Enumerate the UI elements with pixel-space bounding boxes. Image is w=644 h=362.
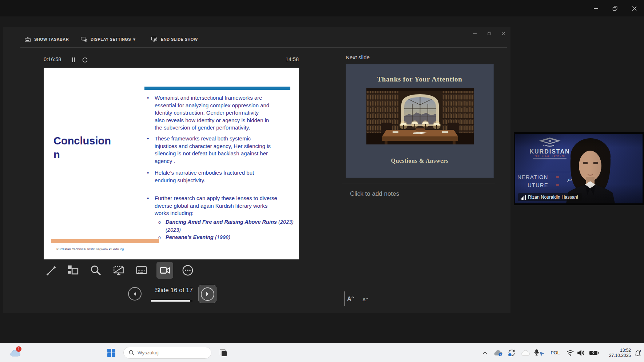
prev-arrow-icon: [132, 291, 138, 297]
outer-restore-button[interactable]: [607, 3, 623, 14]
display-settings-button[interactable]: DISPLAY SETTINGS ▼: [81, 35, 136, 44]
cloud-weather-icon: [519, 346, 532, 360]
language-indicator[interactable]: POL: [548, 346, 562, 360]
slide-title: Conclusion n: [53, 134, 111, 162]
bullet-text-line: Womanist and intersectional frameworks a…: [155, 94, 269, 102]
volume-icon[interactable]: [575, 346, 587, 360]
wifi-icon[interactable]: [564, 346, 576, 360]
subtitles-button[interactable]: [133, 262, 150, 279]
bullet-text-line: agency .: [155, 158, 271, 165]
tray-chevron-button[interactable]: [479, 346, 490, 360]
widgets-button[interactable]: 1: [8, 346, 23, 360]
close-icon: [502, 32, 505, 35]
sub-bullet-marker: o: [158, 219, 166, 226]
clock-time: 13:52: [608, 348, 631, 353]
zoom-tool-button[interactable]: [87, 262, 104, 279]
bullet-marker: •: [147, 195, 149, 202]
inner-close-button[interactable]: [498, 29, 509, 37]
outer-minimize-button[interactable]: [588, 3, 604, 14]
restore-icon: [488, 32, 491, 35]
taskbar-app-edge[interactable]: [234, 360, 249, 362]
pause-icon: [72, 57, 75, 62]
work-year-line2: (2023): [158, 226, 294, 234]
slide-progress-bar: [151, 300, 192, 302]
chevron-up-icon: [482, 351, 487, 354]
task-view-icon: [219, 349, 228, 358]
clock-date: 27.10.2025: [608, 353, 631, 358]
slide-accent-bar: [144, 87, 290, 90]
bullet-text-line: These frameworks reveal both systemic: [155, 135, 271, 143]
bullet-text-line: works including:: [155, 210, 277, 217]
bullet-text-line: essential for analyzing complex oppressi…: [155, 102, 269, 110]
webcam-video: KURDISTAN TECHNICAL INSTITUTE NERATION U…: [515, 134, 643, 203]
ellipsis-icon: [182, 264, 194, 277]
display-settings-icon: [81, 36, 87, 42]
notes-placeholder[interactable]: Click to add notes: [350, 190, 399, 198]
work-year: (2023): [277, 219, 294, 225]
restart-icon: [82, 57, 88, 63]
bullet-text-line: also reveals how Identity or agency is h…: [155, 117, 269, 124]
bullet-marker: •: [147, 169, 149, 177]
sub-bullet-marker: o: [158, 234, 166, 242]
sync-status-icon[interactable]: [505, 346, 518, 360]
inner-minimize-button[interactable]: [469, 29, 480, 37]
font-decrease-button[interactable]: A: [362, 297, 368, 302]
start-button[interactable]: [104, 346, 119, 360]
svg-text:z: z: [640, 350, 641, 352]
bullet-text-line: silencing is not defeat but backlash aga…: [155, 150, 271, 158]
slide-footer-bar: [51, 239, 159, 243]
bullet-marker: •: [147, 135, 149, 143]
battery-icon[interactable]: [587, 346, 601, 360]
sub-bullet-item: oDancing Amid Fire and Raising Above Rui…: [158, 218, 294, 234]
end-slide-show-button[interactable]: END SLIDE SHOW: [151, 35, 198, 44]
webcam-overlay[interactable]: KURDISTAN TECHNICAL INSTITUTE NERATION U…: [514, 132, 644, 205]
work-year: (1998): [214, 234, 230, 240]
pause-timer-button[interactable]: [69, 56, 77, 63]
show-taskbar-button[interactable]: SHOW TASKBAR: [25, 35, 69, 44]
outer-titlebar: [0, 0, 644, 16]
bullet-text-line: Helale’s narrative embodies fractured bu…: [155, 169, 254, 177]
taskbar-clock[interactable]: 13:52 27.10.2025: [608, 348, 631, 358]
slide-footer-text: Kurdistan Technical Institute(www.kti.ed…: [56, 247, 124, 251]
clock-time: 14:58: [270, 56, 299, 62]
bullet-text-line: Further research can apply these lenses …: [155, 195, 277, 202]
display-settings-label: DISPLAY SETTINGS ▼: [91, 37, 136, 41]
all-slides-button[interactable]: [65, 262, 82, 279]
bullet-text-line: enduring subjectivity.: [155, 177, 254, 184]
camera-toggle-button[interactable]: [156, 262, 173, 279]
sub-bullet-item: oPerwane’s Evening (1998): [158, 234, 230, 242]
screen: SHOW TASKBAR DISPLAY SETTINGS ▼ END SLID…: [0, 0, 644, 362]
notes-pane-handle[interactable]: [344, 291, 345, 306]
notification-bell-button[interactable]: z: [632, 346, 643, 360]
inner-restore-button[interactable]: [484, 29, 495, 37]
current-slide-canvas[interactable]: Conclusion n • Womanist and intersection…: [44, 68, 299, 259]
camera-icon: [159, 264, 171, 277]
prev-slide-button[interactable]: [128, 287, 142, 301]
preview-slide-title: Thanks for Your Attention: [346, 75, 493, 83]
presenter-view-window: SHOW TASKBAR DISPLAY SETTINGS ▼ END SLID…: [3, 27, 510, 313]
search-input[interactable]: [138, 350, 199, 355]
onedrive-status-icon[interactable]: i: [492, 346, 504, 360]
taskbar: 1: [0, 343, 644, 362]
end-slide-show-icon: [151, 36, 158, 42]
restart-timer-button[interactable]: [81, 56, 89, 63]
show-taskbar-label: SHOW TASKBAR: [34, 37, 69, 41]
more-options-button[interactable]: [179, 262, 196, 279]
bullet-text-line: diverse global and again Kurdish literar…: [155, 202, 277, 210]
next-slide-button[interactable]: [198, 285, 216, 303]
taskbar-app-task-view[interactable]: [216, 346, 230, 360]
participant-name: Rizan Nouraldin Hassani: [528, 195, 578, 200]
black-screen-button[interactable]: [110, 262, 127, 279]
outer-close-button[interactable]: [626, 3, 642, 14]
pen-tool-button[interactable]: [43, 262, 60, 279]
bullet-text-line: Identity construction. Gender performati…: [155, 109, 269, 117]
mic-in-use-icon[interactable]: [532, 346, 546, 360]
taskbar-icon: [25, 37, 31, 42]
font-increase-button[interactable]: A: [347, 296, 354, 302]
slide-counter: Slide 16 of 17: [148, 287, 199, 294]
search-icon: [129, 350, 134, 355]
pen-icon: [45, 264, 58, 277]
next-slide-preview[interactable]: Thanks for Your Attention: [346, 64, 494, 178]
restore-icon: [612, 6, 617, 11]
taskbar-search[interactable]: [123, 347, 211, 359]
